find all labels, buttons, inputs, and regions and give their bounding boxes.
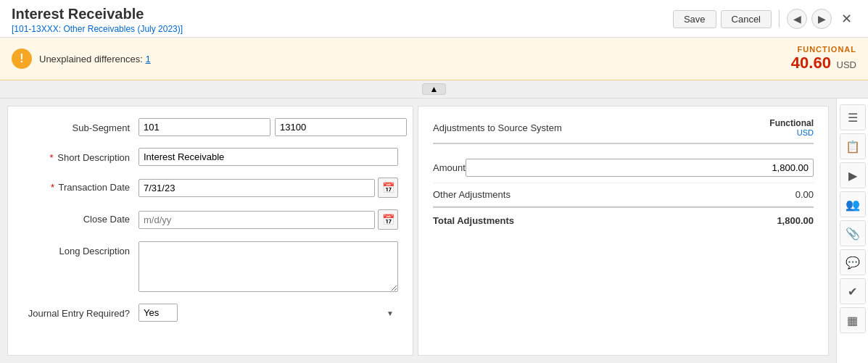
- close-date-input[interactable]: [139, 211, 375, 229]
- journal-entry-select-wrapper: Yes No: [139, 304, 398, 322]
- amount-row: Amount: [433, 153, 814, 183]
- arrow-right-icon-button[interactable]: ▶: [840, 162, 866, 188]
- doc-icon: 📋: [846, 140, 860, 154]
- divider: [779, 10, 780, 28]
- adjustments-col-headers: Functional USD: [769, 118, 814, 137]
- header-left: Interest Receivable [101-13XXX: Other Re…: [12, 6, 183, 34]
- journal-entry-row: Journal Entry Required? Yes No: [22, 304, 398, 322]
- warning-banner: ! Unexplained differences: 1 FUNCTIONAL …: [0, 38, 868, 80]
- left-form-panel: Sub-Segment * Short Description * Transa: [7, 106, 413, 356]
- total-adjustments-row: Total Adjustments 1,800.00: [433, 206, 814, 229]
- required-star: *: [50, 152, 54, 163]
- people-icon: 👥: [846, 198, 860, 212]
- close-button[interactable]: ✕: [836, 9, 856, 29]
- transaction-date-label: * Transaction Date: [22, 178, 139, 193]
- right-adjustments-panel: Adjustments to Source System Functional …: [418, 106, 829, 356]
- check-icon: ✔: [848, 285, 857, 299]
- subsegment-label: Sub-Segment: [22, 118, 139, 133]
- amount-label: Amount: [433, 162, 466, 173]
- total-adjustments-value: 1,800.00: [777, 215, 814, 226]
- page-wrapper: Interest Receivable [101-13XXX: Other Re…: [0, 0, 868, 363]
- close-date-group: 📅: [139, 209, 398, 230]
- journal-entry-label: Journal Entry Required?: [22, 304, 139, 319]
- transaction-date-calendar-button[interactable]: 📅: [378, 178, 398, 198]
- functional-label: FUNCTIONAL: [791, 45, 856, 54]
- subsegment-input-2[interactable]: [275, 118, 407, 136]
- arrow-right-icon: ▶: [848, 169, 857, 183]
- paperclip-icon: 📎: [846, 227, 860, 241]
- adjustments-header: Adjustments to Source System Functional …: [433, 118, 814, 144]
- adjustments-title: Adjustments to Source System: [433, 122, 562, 133]
- subsegment-row: Sub-Segment: [22, 118, 398, 136]
- warning-left: ! Unexplained differences: 1: [12, 49, 151, 69]
- long-desc-row: Long Description: [22, 241, 398, 292]
- sidebar-icons: ☰ 📋 ▶ 👥 📎 💬 ✔ ▦: [836, 99, 868, 363]
- warning-icon: !: [12, 49, 32, 69]
- chat-icon: 💬: [846, 256, 860, 270]
- other-adjustments-label: Other Adjustments: [433, 189, 511, 200]
- chat-icon-button[interactable]: 💬: [840, 249, 866, 275]
- collapse-row: ▲: [0, 80, 868, 99]
- functional-value: 40.60: [791, 54, 831, 72]
- short-desc-row: * Short Description: [22, 148, 398, 166]
- collapse-button[interactable]: ▲: [422, 83, 447, 95]
- paperclip-icon-button[interactable]: 📎: [840, 220, 866, 246]
- header-subtitle: [101-13XXX: Other Receivables (July 2023…: [12, 24, 183, 34]
- long-desc-label: Long Description: [22, 241, 139, 256]
- functional-amount-display: FUNCTIONAL 40.60 USD: [791, 45, 856, 72]
- total-adjustments-label: Total Adjustments: [433, 215, 514, 226]
- required-star-2: *: [51, 182, 54, 193]
- transaction-date-group: 📅: [139, 178, 398, 198]
- page-title: Interest Receivable: [12, 6, 183, 22]
- journal-entry-select[interactable]: Yes No: [139, 304, 178, 322]
- header: Interest Receivable [101-13XXX: Other Re…: [0, 0, 868, 38]
- list-icon-button[interactable]: ☰: [840, 104, 866, 130]
- transaction-date-input[interactable]: [139, 179, 375, 197]
- amount-input[interactable]: [466, 159, 814, 177]
- unexplained-diff-link[interactable]: 1: [145, 54, 150, 64]
- check-icon-button[interactable]: ✔: [840, 278, 866, 304]
- subsegment-input-1[interactable]: [139, 118, 270, 136]
- doc-icon-button[interactable]: 📋: [840, 133, 866, 159]
- prev-nav-button[interactable]: ◀: [787, 9, 807, 29]
- warning-text: Unexplained differences: 1: [39, 54, 151, 64]
- layers-icon-button[interactable]: ▦: [840, 307, 866, 333]
- subsegment-inputs: [139, 118, 407, 136]
- list-icon: ☰: [848, 111, 858, 125]
- next-nav-button[interactable]: ▶: [811, 9, 832, 29]
- close-date-row: Close Date 📅: [22, 209, 398, 230]
- close-date-label: Close Date: [22, 209, 139, 225]
- save-button[interactable]: Save: [673, 10, 716, 28]
- transaction-date-row: * Transaction Date 📅: [22, 178, 398, 198]
- header-actions: Save Cancel ◀ ▶ ✕: [673, 9, 856, 29]
- other-adjustments-row: Other Adjustments 0.00: [433, 183, 814, 206]
- layers-icon: ▦: [847, 314, 858, 327]
- cancel-button[interactable]: Cancel: [721, 10, 772, 28]
- functional-col-header: Functional USD: [769, 118, 814, 137]
- other-adjustments-value: 0.00: [795, 189, 814, 200]
- long-desc-textarea[interactable]: [139, 241, 398, 292]
- short-desc-input[interactable]: [139, 148, 398, 166]
- functional-currency: USD: [837, 59, 856, 70]
- short-desc-label: * Short Description: [22, 148, 139, 163]
- people-icon-button[interactable]: 👥: [840, 191, 866, 217]
- close-date-calendar-button[interactable]: 📅: [378, 209, 398, 230]
- functional-value-row: 40.60 USD: [791, 54, 856, 72]
